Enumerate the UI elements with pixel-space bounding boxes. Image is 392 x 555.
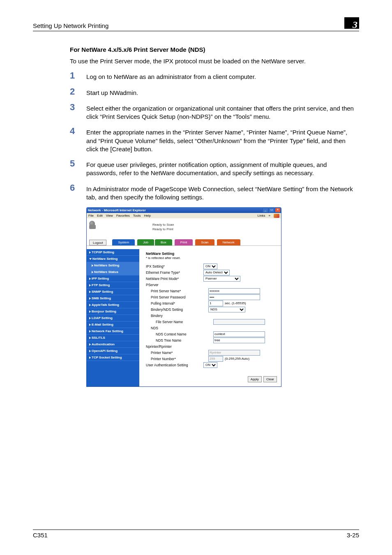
minimize-icon[interactable]: _ [263, 208, 268, 213]
tab-box[interactable]: Box [155, 239, 172, 245]
chevron-right-icon [89, 324, 91, 326]
label-pspass: Print Server Password [146, 295, 208, 299]
ie-flag-icon [274, 214, 279, 218]
chevron-right-icon[interactable]: » [269, 214, 270, 217]
chevron-right-icon [89, 251, 91, 254]
panel-note: * is reflected after reset. [146, 256, 277, 260]
chevron-right-icon [89, 356, 91, 359]
printer-icon [89, 221, 96, 231]
sidebar-item-openapi[interactable]: OpenAPI Setting [87, 348, 139, 354]
sidebar-item-ipp[interactable]: IPP Setting [87, 275, 139, 282]
chevron-down-icon [89, 258, 92, 260]
menu-item[interactable]: View [106, 214, 113, 217]
menu-item[interactable]: Edit [97, 214, 103, 217]
label-pserver: PServer [146, 283, 203, 287]
sidebar-item-netware-status[interactable]: NetWare Status [87, 269, 139, 275]
select-mode[interactable]: Pserver [203, 276, 240, 282]
input-ndscontext[interactable] [213, 331, 265, 337]
label-nprinter: Nprinter/Rprinter [146, 345, 203, 349]
label-prnum-range: (0-255,255:Auto) [225, 357, 249, 361]
label-userauth: User Authentication Setting [146, 363, 203, 367]
label-polling-range: sec. (1-65535) [225, 301, 246, 305]
tab-system[interactable]: System [112, 239, 135, 245]
label-polling: Polling Interval* [146, 301, 208, 305]
footer-model: C351 [33, 532, 48, 539]
sidebar-item-bonjour[interactable]: Bonjour Setting [87, 308, 139, 315]
sidebar-item-netware[interactable]: NetWare Setting [87, 256, 139, 262]
select-frame[interactable]: Auto Detect [203, 270, 230, 275]
label-ipx: IPX Setting* [146, 264, 203, 268]
tab-print[interactable]: Print [175, 239, 193, 245]
sidebar-item-email[interactable]: E-Mail Setting [87, 321, 139, 328]
chapter-badge: 3 [344, 17, 359, 29]
chevron-right-icon [92, 264, 93, 267]
tab-job[interactable]: Job [137, 239, 154, 245]
input-prname [208, 350, 260, 356]
step-text: Select either the organization or organi… [86, 103, 359, 121]
status-ready-print: Ready to Print [152, 227, 174, 231]
chevron-right-icon [89, 337, 91, 339]
tab-network[interactable]: Network [217, 239, 240, 245]
step-list: Log on to NetWare as an administrator fr… [70, 71, 359, 201]
chevron-right-icon [89, 330, 91, 333]
embedded-screenshot: Network - Microsoft Internet Explorer _ … [86, 207, 281, 387]
sidebar-item-tcpip[interactable]: TCP/IP Setting [87, 249, 139, 256]
label-prname: Printer Name* [146, 351, 208, 355]
menu-item[interactable]: Favorites [116, 214, 130, 217]
input-pspass[interactable] [208, 294, 260, 300]
logout-button[interactable]: Logout [89, 240, 106, 245]
label-bindery: Bindery/NDS Setting [146, 308, 208, 312]
label-frame: Ethernet Frame Type* [146, 271, 203, 275]
menu-item[interactable]: Help [144, 214, 150, 217]
menu-item[interactable]: Tools [133, 214, 141, 217]
input-prnum [208, 356, 223, 362]
sidebar-item-tcpsocket[interactable]: TCP Socket Setting [87, 354, 139, 361]
sidebar-item-smb[interactable]: SMB Setting [87, 295, 139, 302]
label-nds: NDS [146, 326, 208, 330]
label-ndscontext: NDS Context Name [146, 332, 213, 336]
select-bindery[interactable]: NDS [208, 307, 245, 312]
label-fserver: File Server Name [146, 320, 213, 324]
chevron-right-icon [89, 304, 91, 306]
label-prnum: Printer Number* [146, 357, 208, 361]
sidebar-item-networkfax[interactable]: Network Fax Setting [87, 328, 139, 335]
chapter-number: 3 [353, 19, 357, 30]
chevron-right-icon [92, 271, 93, 273]
chevron-right-icon [89, 284, 91, 287]
sidebar-item-ftp[interactable]: FTP Setting [87, 282, 139, 289]
tab-scan[interactable]: Scan [195, 239, 214, 245]
sidebar-item-authentication[interactable]: Authentication [87, 341, 139, 348]
sidebar-item-appletalk[interactable]: AppleTalk Setting [87, 302, 139, 308]
step-text: Start up NWadmin. [86, 87, 359, 97]
chevron-right-icon [89, 343, 91, 346]
chevron-right-icon [89, 291, 91, 293]
apply-button[interactable]: Apply [248, 376, 262, 382]
chevron-right-icon [89, 297, 91, 300]
footer-page: 3-25 [347, 532, 359, 539]
step-text: In Administrator mode of PageScope Web C… [86, 183, 359, 202]
input-ndstree[interactable] [213, 338, 265, 343]
menu-bar[interactable]: File Edit View Favorites Tools Help Link… [86, 213, 281, 218]
window-titlebar[interactable]: Network - Microsoft Internet Explorer _ … [86, 207, 281, 213]
panel-title: NetWare Setting [146, 252, 277, 256]
sidebar-item-ldap[interactable]: LDAP Setting [87, 315, 139, 321]
section-intro: To use the Print Server mode, the IPX pr… [70, 57, 359, 65]
sidebar-item-ssltls[interactable]: SSL/TLS [87, 335, 139, 341]
chevron-right-icon [89, 317, 91, 319]
step-text: Enter the appropriate names in the “Prin… [86, 127, 359, 153]
close-icon[interactable]: ✕ [275, 208, 281, 213]
menu-item[interactable]: File [88, 214, 94, 217]
sidebar-item-snmp[interactable]: SNMP Setting [87, 289, 139, 295]
window-title: Network - Microsoft Internet Explorer [88, 208, 146, 212]
select-userauth[interactable]: ON [203, 362, 217, 368]
ie-links-label[interactable]: Links [258, 214, 265, 217]
label-psname: Print Server Name* [146, 289, 208, 293]
chevron-right-icon [89, 278, 91, 280]
select-ipx[interactable]: ON [203, 264, 217, 269]
input-polling[interactable] [208, 301, 223, 306]
clear-button[interactable]: Clear [263, 376, 277, 382]
sidebar-item-netware-setting[interactable]: NetWare Setting [87, 262, 139, 269]
section-heading: For NetWare 4.x/5.x/6 Print Server Mode … [70, 46, 359, 53]
maximize-icon[interactable]: ▭ [269, 208, 274, 213]
input-psname[interactable] [208, 288, 260, 294]
